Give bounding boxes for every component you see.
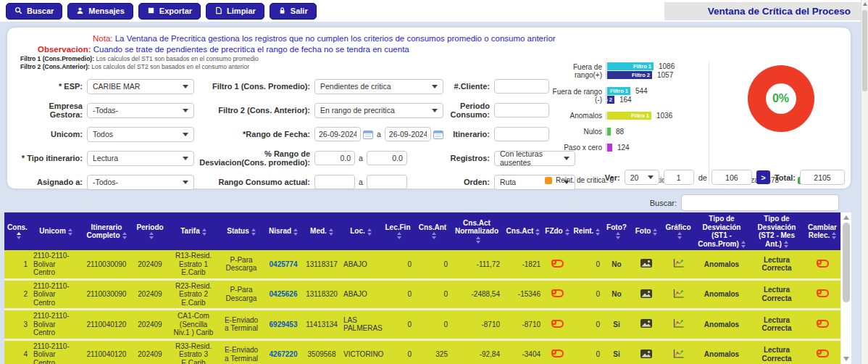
rango-fecha-to[interactable] [385, 127, 431, 141]
table-scroll-down-icon[interactable] [843, 357, 849, 361]
cell-fzdo[interactable] [543, 310, 571, 341]
mensajes-button[interactable]: Mensajes [67, 3, 133, 20]
cell-grafico[interactable] [662, 250, 694, 281]
col-header-cns_act_normalizado[interactable]: Cns.Act Normalizado [451, 212, 503, 250]
toggle-off-icon[interactable] [551, 289, 564, 297]
cell-cambiar_relec[interactable] [804, 250, 840, 281]
filtro1-select[interactable]: Pendientes de critica [314, 79, 443, 94]
esp-select[interactable]: CARIBE MAR [87, 79, 194, 94]
sort-icon[interactable] [17, 232, 21, 239]
calendar-icon[interactable] [363, 130, 373, 139]
chart-icon[interactable] [672, 349, 685, 361]
col-header-cns_ant[interactable]: Cns.Ant [414, 212, 451, 250]
tipo-itinerario-select[interactable]: Lectura [87, 151, 194, 166]
toggle-off-icon[interactable] [817, 349, 829, 357]
salir-button[interactable]: Salir [270, 3, 317, 20]
page-scroll-up-icon[interactable] [863, 2, 867, 6]
buscar-button[interactable]: Buscar [6, 3, 62, 20]
cell-fzdo[interactable] [543, 341, 571, 364]
rango-desviacion-to[interactable] [367, 151, 407, 165]
col-header-cambiar_relec[interactable]: Cambiar Relec. [804, 212, 840, 250]
nisrad-link[interactable]: 0425626 [270, 290, 298, 298]
periodo-consumo-input[interactable] [494, 103, 549, 117]
nisrad-link[interactable]: 4267220 [270, 350, 298, 358]
cliente-input[interactable] [494, 79, 549, 94]
filtro2-select[interactable]: En rango de precritica [314, 103, 443, 118]
table-scrollbar-thumb[interactable] [843, 223, 850, 302]
toggle-off-icon[interactable] [551, 320, 564, 328]
sort-icon[interactable] [832, 232, 836, 239]
col-header-reint[interactable]: Reint. [571, 212, 603, 250]
chart-icon[interactable] [672, 258, 685, 270]
empresa-gestora-select[interactable]: -Todas- [87, 103, 194, 118]
photo-icon[interactable] [640, 319, 652, 330]
col-header-unicom[interactable]: Unicom [30, 212, 81, 250]
unicom-select[interactable]: Todos [87, 127, 194, 142]
col-header-cons[interactable]: Cons. [4, 212, 30, 250]
col-header-tipo_desviacion_st2[interactable]: Tipo de Desviación (ST2 - Mes Ant.) [749, 212, 804, 250]
col-header-nisrad[interactable]: Nisrad [264, 212, 303, 250]
asignado-select[interactable]: -Todos- [87, 175, 194, 190]
cell-nisrad[interactable]: 0425774 [264, 250, 303, 281]
chart-icon[interactable] [672, 318, 685, 331]
sort-icon[interactable] [741, 241, 746, 248]
col-header-med[interactable]: Med. [303, 212, 341, 250]
sort-icon[interactable] [122, 232, 127, 239]
cell-cambiar_relec[interactable] [804, 341, 840, 364]
cell-grafico[interactable] [662, 281, 694, 311]
photo-icon[interactable] [640, 259, 652, 270]
cell-foto[interactable] [630, 281, 662, 311]
cell-grafico[interactable] [662, 310, 694, 341]
toggle-off-icon[interactable] [551, 349, 564, 357]
col-header-tarifa[interactable]: Tarifa [168, 212, 219, 250]
toggle-off-icon[interactable] [817, 320, 829, 328]
cell-foto[interactable] [630, 341, 662, 364]
col-header-grafico[interactable]: Gráfico [662, 212, 694, 250]
search-input[interactable] [681, 194, 839, 211]
page-scrollbar[interactable] [861, 0, 868, 364]
sort-icon[interactable] [565, 228, 569, 236]
cell-foto[interactable] [630, 250, 662, 281]
sort-icon[interactable] [476, 236, 480, 244]
col-header-tipo_desviacion_st1[interactable]: Tipo de Desviación (ST1 - Cons.Prom) [694, 212, 749, 250]
toggle-off-icon[interactable] [817, 289, 829, 297]
sort-icon[interactable] [149, 232, 154, 239]
col-header-fzdo[interactable]: FZdo [543, 212, 571, 250]
chart-icon[interactable] [672, 289, 685, 301]
sort-icon[interactable] [293, 228, 298, 236]
col-header-periodo[interactable]: Periodo [132, 212, 168, 250]
cell-fzdo[interactable] [543, 250, 571, 281]
rango-consumo-from[interactable] [314, 175, 355, 189]
cell-cambiar_relec[interactable] [804, 310, 840, 341]
sort-icon[interactable] [653, 228, 657, 236]
cell-nisrad[interactable]: 6929453 [264, 310, 303, 341]
nisrad-link[interactable]: 0425774 [270, 260, 298, 268]
calendar-icon[interactable] [433, 130, 443, 139]
sort-icon[interactable] [202, 228, 206, 236]
page-scrollbar-thumb[interactable] [862, 10, 867, 91]
rango-fecha-from[interactable] [314, 127, 361, 141]
itinerario-input[interactable] [494, 127, 549, 141]
page-size-select[interactable]: 20 [625, 170, 659, 185]
nisrad-link[interactable]: 6929453 [270, 320, 298, 328]
cell-nisrad[interactable]: 4267220 [264, 341, 303, 364]
col-header-cns_act[interactable]: Cns.Act [503, 212, 543, 250]
rango-desviacion-from[interactable] [314, 151, 355, 165]
cell-fzdo[interactable] [543, 281, 571, 311]
current-page-input[interactable]: 1 [664, 170, 694, 185]
sort-icon[interactable] [251, 228, 256, 236]
sort-icon[interactable] [596, 228, 600, 236]
photo-icon[interactable] [640, 289, 652, 300]
cell-nisrad[interactable]: 0425626 [264, 281, 303, 311]
col-header-foto_q[interactable]: Foto? [603, 212, 630, 250]
sort-icon[interactable] [535, 228, 540, 236]
rango-consumo-to[interactable] [367, 175, 407, 189]
col-header-loc[interactable]: Loc. [341, 212, 381, 250]
sort-icon[interactable] [784, 241, 788, 248]
col-header-lec_fin[interactable]: Lec.Fin [381, 212, 414, 250]
toggle-off-icon[interactable] [551, 260, 564, 268]
sort-icon[interactable] [616, 232, 620, 239]
cell-cambiar_relec[interactable] [804, 281, 840, 311]
next-page-button[interactable]: > [756, 170, 770, 184]
col-header-foto[interactable]: Foto [630, 212, 662, 250]
